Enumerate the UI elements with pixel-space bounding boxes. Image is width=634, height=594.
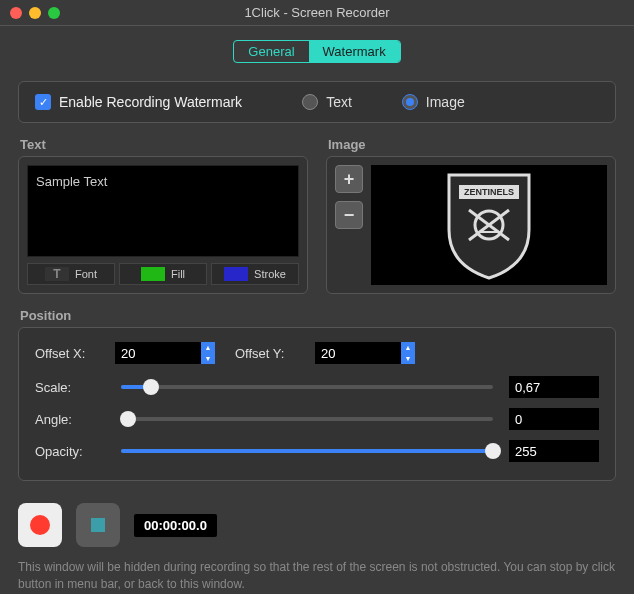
stroke-button[interactable]: Stroke [211, 263, 299, 285]
footer: 00:00:00.0 This window will be hidden du… [0, 491, 634, 594]
offset-x-label: Offset X: [35, 346, 105, 361]
watermark-text-input[interactable]: Sample Text [27, 165, 299, 257]
stop-icon [91, 518, 105, 532]
text-panel: Sample Text T Font Fill Stroke [18, 156, 308, 294]
text-icon: T [45, 267, 69, 281]
record-button[interactable] [18, 503, 62, 547]
image-panel: + − ZENTINELS [326, 156, 616, 294]
opacity-value[interactable]: 255 [509, 440, 599, 462]
position-panel: Offset X: 20 ▲▼ Offset Y: 20 ▲▼ Scale: 0… [18, 327, 616, 481]
window-title: 1Click - Screen Recorder [0, 5, 634, 20]
watermark-type-text[interactable]: Text [302, 94, 352, 110]
footer-hint: This window will be hidden during record… [18, 559, 616, 593]
scale-value[interactable]: 0,67 [509, 376, 599, 398]
svg-text:ZENTINELS: ZENTINELS [464, 187, 514, 197]
enable-panel: ✓ Enable Recording Watermark Text Image [18, 81, 616, 123]
titlebar: 1Click - Screen Recorder [0, 0, 634, 26]
timer-display: 00:00:00.0 [134, 514, 217, 537]
fill-label: Fill [171, 268, 185, 280]
scale-slider[interactable] [121, 385, 493, 389]
offset-y-input[interactable]: 20 ▲▼ [315, 342, 415, 364]
tab-watermark[interactable]: Watermark [309, 41, 400, 62]
text-section-label: Text [20, 137, 308, 152]
position-section-label: Position [20, 308, 616, 323]
slider-thumb[interactable] [485, 443, 501, 459]
enable-watermark-label: Enable Recording Watermark [59, 94, 242, 110]
stroke-swatch [224, 267, 248, 281]
offset-x-input[interactable]: 20 ▲▼ [115, 342, 215, 364]
fill-swatch [141, 267, 165, 281]
offset-x-stepper[interactable]: ▲▼ [201, 342, 215, 364]
stroke-label: Stroke [254, 268, 286, 280]
angle-value[interactable]: 0 [509, 408, 599, 430]
opacity-label: Opacity: [35, 444, 105, 459]
watermark-type-image[interactable]: Image [402, 94, 465, 110]
image-section-label: Image [328, 137, 616, 152]
record-icon [30, 515, 50, 535]
slider-thumb[interactable] [143, 379, 159, 395]
add-image-button[interactable]: + [335, 165, 363, 193]
radio-icon [302, 94, 318, 110]
slider-thumb[interactable] [120, 411, 136, 427]
offset-y-label: Offset Y: [235, 346, 305, 361]
radio-text-label: Text [326, 94, 352, 110]
image-preview: ZENTINELS [371, 165, 607, 285]
enable-watermark-checkbox[interactable]: ✓ [35, 94, 51, 110]
radio-icon [402, 94, 418, 110]
angle-label: Angle: [35, 412, 105, 427]
fill-button[interactable]: Fill [119, 263, 207, 285]
offset-y-stepper[interactable]: ▲▼ [401, 342, 415, 364]
stop-button[interactable] [76, 503, 120, 547]
font-label: Font [75, 268, 97, 280]
angle-slider[interactable] [121, 417, 493, 421]
scale-label: Scale: [35, 380, 105, 395]
font-button[interactable]: T Font [27, 263, 115, 285]
watermark-logo: ZENTINELS [439, 170, 539, 280]
tab-bar: General Watermark [18, 40, 616, 63]
remove-image-button[interactable]: − [335, 201, 363, 229]
opacity-slider[interactable] [121, 449, 493, 453]
tab-general[interactable]: General [234, 41, 308, 62]
radio-image-label: Image [426, 94, 465, 110]
